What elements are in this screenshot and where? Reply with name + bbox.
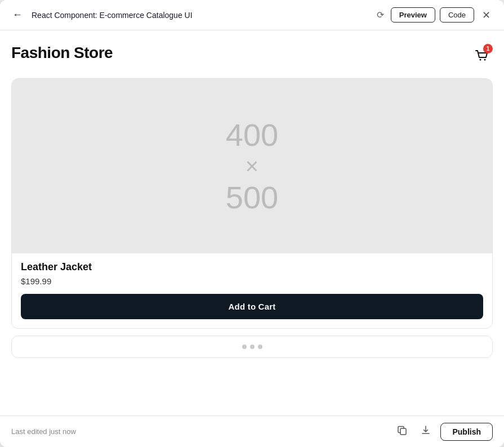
topbar: ← React Component: E-commerce Catalogue … [0,0,504,30]
partial-card-dots [12,336,492,357]
app-window: ← React Component: E-commerce Catalogue … [0,0,504,447]
product-card: 400 × 500 Leather Jacket $199.99 Add to … [11,78,493,329]
download-button[interactable] [417,422,435,441]
topbar-title: React Component: E-commerce Catalogue UI [32,11,193,20]
topbar-right: ⟳ Preview Code ✕ [374,7,494,23]
svg-rect-2 [400,428,406,435]
code-tab[interactable]: Code [440,7,474,23]
cart-badge: 1 [483,44,493,53]
product-info: Leather Jacket $199.99 Add to Cart [12,253,492,328]
product-card-partial [11,336,493,358]
add-to-cart-button[interactable]: Add to Cart [21,294,483,319]
dot-2 [250,345,255,349]
publish-button[interactable]: Publish [440,423,493,441]
last-edited-text: Last edited just now [11,427,76,436]
copy-button[interactable] [393,422,411,441]
product-image-placeholder: 400 × 500 [12,79,492,253]
topbar-left: ← React Component: E-commerce Catalogue … [10,8,193,22]
image-x-label: × [246,154,258,179]
refresh-icon: ⟳ [377,10,384,20]
svg-point-1 [484,59,486,61]
product-name: Leather Jacket [21,261,483,273]
close-button[interactable]: ✕ [479,8,494,23]
refresh-button[interactable]: ⟳ [374,7,386,23]
image-height-label: 500 [226,180,278,215]
preview-tab[interactable]: Preview [391,7,435,23]
copy-icon [396,424,408,439]
store-header: Fashion Store 1 [11,44,493,68]
dot-3 [258,345,262,349]
preview-area: Fashion Store 1 400 × 500 Leather Jacket… [0,30,504,415]
back-button[interactable]: ← [10,8,25,22]
store-title: Fashion Store [11,44,113,62]
bottombar-actions: Publish [393,422,493,441]
svg-point-0 [480,59,481,61]
download-icon [420,424,431,439]
image-width-label: 400 [226,118,278,153]
close-icon: ✕ [482,9,490,21]
bottombar: Last edited just now Publish [0,415,504,447]
cart-button[interactable]: 1 [470,44,493,68]
product-price: $199.99 [21,276,483,286]
dot-1 [242,345,247,349]
